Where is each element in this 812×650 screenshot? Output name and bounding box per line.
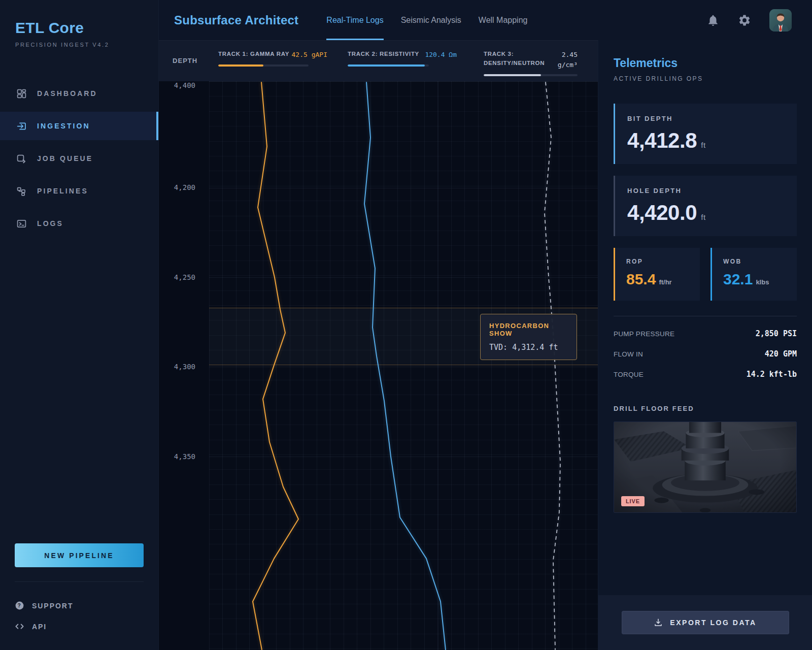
user-avatar-image (769, 9, 792, 31)
drill-floor-feed-video: LIVE (614, 421, 797, 513)
sidebar-item-label: LOGS (37, 219, 63, 228)
gear-icon (738, 14, 751, 27)
track1-value: 42.5 gAPI (292, 50, 327, 60)
torque-label: TORQUE (614, 371, 644, 378)
ingest-arrow-icon (16, 121, 27, 132)
hole-depth-value: 4,420.0ft (627, 201, 785, 225)
wob-label: WOB (723, 258, 786, 265)
new-pipeline-button[interactable]: NEW PIPELINE (15, 543, 144, 567)
rop-wob-row: ROP 85.4ft/hr WOB 32.1klbs (614, 248, 797, 301)
track2-label: TRACK 2: RESISTIVITY (348, 50, 419, 59)
sidebar-item-label: PIPELINES (37, 187, 88, 195)
content-row: DEPTH TRACK 1: GAMMA RAY 42.5 gAPI TRACK… (159, 40, 812, 650)
nav-tabs: Real-Time Logs Seismic Analysis Well Map… (318, 0, 536, 40)
sidebar-item-label: JOB QUEUE (37, 154, 93, 162)
pump-pressure-label: PUMP PRESSURE (614, 330, 674, 338)
tab-real-time-logs[interactable]: Real-Time Logs (318, 0, 392, 40)
sidebar-footer: NEW PIPELINE ? SUPPORT API (0, 543, 158, 650)
support-link[interactable]: ? SUPPORT (15, 595, 144, 616)
bit-depth-value: 4,412.8ft (627, 128, 785, 153)
sidebar-item-job-queue[interactable]: JOB QUEUE (0, 142, 158, 175)
gamma-ray-curve (253, 82, 298, 649)
tab-well-mapping[interactable]: Well Mapping (470, 0, 536, 40)
track3-bar (484, 74, 578, 76)
dashboard-grid-icon (16, 88, 27, 99)
flow-in-value: 420 GPM (765, 349, 797, 359)
bit-depth-unit: ft (701, 141, 706, 149)
wob-unit: klbs (756, 278, 769, 286)
logo-subtitle: PRECISION INGEST V4.2 (15, 42, 143, 48)
resistivity-curve (364, 82, 446, 649)
settings-button[interactable] (738, 14, 751, 27)
svg-text:?: ? (18, 603, 22, 608)
page-title: Subsurface Architect (174, 13, 298, 27)
wob-card: WOB 32.1klbs (710, 248, 797, 301)
depth-column-header: DEPTH (173, 57, 197, 64)
topbar-actions (706, 9, 812, 31)
telemetry-subtitle: ACTIVE DRILLING OPS (614, 75, 797, 82)
api-link[interactable]: API (15, 616, 144, 637)
hole-depth-unit: ft (701, 213, 706, 221)
telemetry-title: Telemetrics (614, 56, 797, 70)
track1-label: TRACK 1: GAMMA RAY (218, 50, 289, 59)
main-column: Subsurface Architect Real-Time Logs Seis… (159, 0, 812, 650)
rop-value: 85.4ft/hr (626, 271, 689, 288)
support-label: SUPPORT (32, 602, 73, 610)
panel-footer: EXPORT LOG DATA (598, 595, 812, 650)
rop-unit: ft/hr (659, 278, 671, 286)
track2-value: 120.4 Ωm (425, 50, 457, 60)
tab-seismic-analysis[interactable]: Seismic Analysis (392, 0, 470, 40)
log-curves (159, 81, 598, 650)
help-circle-icon: ? (15, 601, 24, 610)
flow-in-label: FLOW IN (614, 350, 643, 358)
user-avatar[interactable] (769, 9, 792, 31)
logo-title: ETL Core (15, 19, 143, 37)
app-window: ETL Core PRECISION INGEST V4.2 DASHBOARD… (0, 0, 812, 650)
well-log-section: DEPTH TRACK 1: GAMMA RAY 42.5 gAPI TRACK… (159, 40, 598, 650)
export-button-label: EXPORT LOG DATA (670, 619, 756, 627)
live-badge: LIVE (621, 496, 645, 506)
rop-card: ROP 85.4ft/hr (614, 248, 700, 301)
flow-in-row: FLOW IN 420 GPM (614, 344, 797, 364)
track3-value: 2.45 g/cm³ (544, 50, 578, 70)
sidebar-item-logs[interactable]: LOGS (0, 207, 158, 240)
tooltip-tvd-value: TVD: 4,312.4 ft (489, 343, 568, 352)
hole-depth-label: HOLE DEPTH (627, 187, 785, 194)
download-icon (654, 618, 663, 627)
drill-floor-feed-label: DRILL FLOOR FEED (614, 405, 797, 412)
torque-value: 14.2 kft-lb (747, 370, 797, 379)
sidebar-divider (15, 581, 144, 582)
tracks-header-row: DEPTH TRACK 1: GAMMA RAY 42.5 gAPI TRACK… (159, 40, 598, 81)
track2-resistivity-header: TRACK 2: RESISTIVITY 120.4 Ωm (348, 50, 457, 67)
track1-bar (218, 64, 309, 67)
notifications-button[interactable] (706, 14, 720, 27)
pump-pressure-value: 2,850 PSI (756, 329, 797, 338)
pipelines-icon (16, 186, 27, 197)
telemetry-content: Telemetrics ACTIVE DRILLING OPS BIT DEPT… (598, 40, 812, 595)
panel-divider (614, 316, 797, 316)
tooltip-title: HYDROCARBON SHOW (489, 322, 568, 337)
torque-row: TORQUE 14.2 kft-lb (614, 364, 797, 384)
terminal-icon (16, 218, 27, 229)
density-neutron-curve (545, 82, 560, 649)
track1-gamma-ray-header: TRACK 1: GAMMA RAY 42.5 gAPI (218, 50, 327, 67)
track3-density-neutron-header: TRACK 3: DENSITY/NEUTRON 2.45 g/cm³ (484, 50, 578, 76)
sidebar-nav: DASHBOARD INGESTION JOB QUEUE (0, 77, 158, 240)
sidebar-item-label: INGESTION (37, 122, 90, 130)
rop-label: ROP (626, 258, 689, 265)
api-label: API (32, 623, 47, 631)
app-logo: ETL Core PRECISION INGEST V4.2 (0, 0, 158, 48)
top-navigation-bar: Subsurface Architect Real-Time Logs Seis… (159, 0, 812, 40)
sidebar-item-pipelines[interactable]: PIPELINES (0, 175, 158, 207)
track3-label: TRACK 3: DENSITY/NEUTRON (484, 50, 544, 68)
hydrocarbon-show-tooltip: HYDROCARBON SHOW TVD: 4,312.4 ft (480, 314, 577, 360)
sidebar-item-label: DASHBOARD (37, 89, 97, 98)
sidebar-item-dashboard[interactable]: DASHBOARD (0, 77, 158, 110)
track2-bar (348, 64, 429, 67)
code-icon (15, 622, 24, 631)
bell-icon (706, 14, 720, 27)
sidebar: ETL Core PRECISION INGEST V4.2 DASHBOARD… (0, 0, 159, 650)
well-log-chart: 4,200 4,250 4,300 4,350 4,400 HYDROCARBO… (159, 81, 598, 650)
export-log-data-button[interactable]: EXPORT LOG DATA (622, 611, 789, 634)
sidebar-item-ingestion[interactable]: INGESTION (0, 112, 158, 140)
